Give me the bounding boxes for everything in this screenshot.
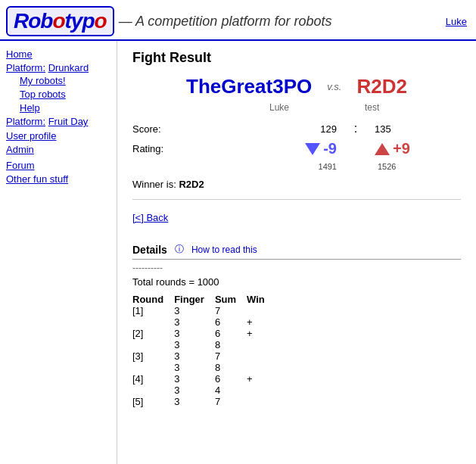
sum-value: 6 — [215, 328, 247, 339]
table-row: 38 — [132, 339, 275, 350]
fighter-right-sub: test — [365, 102, 379, 113]
rating-label: Rating: — [132, 143, 193, 154]
sum-value: 4 — [215, 385, 247, 396]
col-win: Win — [247, 294, 275, 305]
winner-text: Winner is: R2D2 — [132, 179, 461, 190]
fighter-left-name: TheGreat3PO — [186, 75, 312, 98]
rating-left-value: -9 — [323, 140, 337, 157]
col-sum: Sum — [215, 294, 247, 305]
rating-left-sub: 1491 — [319, 162, 337, 171]
sidebar-user-profile[interactable]: User profile — [6, 130, 110, 142]
sidebar: Home Platform: Drunkard My robots! Top r… — [0, 41, 117, 464]
finger-value: 3 — [174, 316, 215, 328]
table-row: [1]37 — [132, 305, 275, 316]
round-label — [132, 316, 174, 328]
finger-value: 3 — [174, 373, 215, 385]
win-mark — [247, 305, 275, 316]
platform2-label: Platform: Fruit Day — [6, 116, 110, 127]
sum-value: 7 — [215, 396, 247, 407]
round-label: [5] — [132, 396, 174, 407]
round-label: [2] — [132, 328, 174, 339]
col-round: Round — [132, 294, 174, 305]
sum-value: 7 — [215, 305, 247, 316]
win-mark — [247, 339, 275, 350]
finger-value: 3 — [174, 305, 215, 316]
rating-right-sub: 1526 — [378, 162, 396, 171]
fighter-right-name: R2D2 — [356, 75, 406, 98]
score-right: 135 — [367, 123, 458, 135]
fighter-left-sub: Luke — [269, 102, 289, 113]
table-row: 34 — [132, 385, 275, 396]
rating-right: +9 — [367, 140, 458, 157]
win-mark: + — [247, 373, 275, 385]
col-finger: Finger — [174, 294, 215, 305]
table-row: [2]36+ — [132, 328, 275, 339]
score-label: Score: — [132, 123, 193, 135]
divider: ---------- — [132, 263, 461, 273]
vs-text: v.s. — [327, 81, 341, 92]
table-row: [4]36+ — [132, 373, 275, 385]
total-rounds: Total rounds = 1000 — [132, 276, 461, 288]
main-content: Fight Result TheGreat3PO v.s. R2D2 Luke … — [117, 41, 476, 464]
logo: Robotypo — A competition platform for ro… — [6, 6, 331, 36]
sidebar-help[interactable]: Help — [20, 102, 110, 114]
fighters-row: TheGreat3PO v.s. R2D2 — [132, 75, 461, 98]
platform1-label: Platform: Drunkard — [6, 62, 110, 73]
round-label — [132, 339, 174, 350]
sidebar-my-robots[interactable]: My robots! — [20, 75, 110, 86]
platform2-link[interactable]: Fruit Day — [48, 116, 89, 127]
win-mark: + — [247, 316, 275, 328]
details-tab: Details — [132, 244, 167, 256]
round-label — [132, 385, 174, 396]
winner-name: R2D2 — [179, 179, 204, 190]
score-row: Score: 129 : 135 — [132, 122, 461, 135]
finger-value: 3 — [174, 396, 215, 407]
table-row: 38 — [132, 362, 275, 373]
finger-value: 3 — [174, 339, 215, 350]
user-link[interactable]: Luke — [446, 16, 467, 27]
finger-value: 3 — [174, 328, 215, 339]
rating-left: -9 — [193, 140, 344, 157]
round-label: [1] — [132, 305, 174, 316]
sum-value: 8 — [215, 362, 247, 373]
sidebar-forum[interactable]: Forum — [6, 160, 110, 171]
win-mark — [247, 362, 275, 373]
arrow-up-icon — [375, 143, 390, 155]
finger-value: 3 — [174, 385, 215, 396]
table-row: [5]37 — [132, 396, 275, 407]
arrow-down-icon — [305, 143, 320, 155]
sum-value: 7 — [215, 350, 247, 362]
finger-value: 3 — [174, 350, 215, 362]
details-header: Details ⓘ How to read this — [132, 243, 461, 260]
sidebar-top-robots[interactable]: Top robots — [20, 89, 110, 100]
round-label: [4] — [132, 373, 174, 385]
sidebar-home[interactable]: Home — [6, 48, 110, 60]
platform1-link[interactable]: Drunkard — [48, 62, 89, 73]
page-title: Fight Result — [132, 50, 461, 66]
finger-value: 3 — [174, 362, 215, 373]
round-label — [132, 362, 174, 373]
tagline: — A competition platform for robots — [119, 14, 332, 30]
win-mark — [247, 350, 275, 362]
round-label: [3] — [132, 350, 174, 362]
table-row: 36+ — [132, 316, 275, 328]
sum-value: 8 — [215, 339, 247, 350]
details-section: Details ⓘ How to read this ---------- To… — [132, 243, 461, 407]
winner-prefix: Winner is: — [132, 179, 176, 190]
back-link[interactable]: [<] Back — [132, 212, 168, 223]
win-mark — [247, 385, 275, 396]
sidebar-admin[interactable]: Admin — [6, 144, 110, 155]
sum-value: 6 — [215, 373, 247, 385]
rounds-table: Round Finger Sum Win [1]3736+[2]36+38[3]… — [132, 294, 275, 407]
how-to-read-link[interactable]: How to read this — [191, 244, 257, 255]
question-icon: ⓘ — [175, 243, 184, 256]
sidebar-other-fun-stuff[interactable]: Other fun stuff — [6, 173, 110, 185]
win-mark — [247, 396, 275, 407]
score-left: 129 — [193, 123, 344, 135]
win-mark: + — [247, 328, 275, 339]
score-colon: : — [344, 122, 367, 135]
rating-row: Rating: -9 +9 — [132, 140, 461, 157]
logo-image: Robotypo — [6, 6, 114, 36]
rating-right-value: +9 — [393, 140, 410, 157]
header: Robotypo — A competition platform for ro… — [0, 0, 476, 41]
